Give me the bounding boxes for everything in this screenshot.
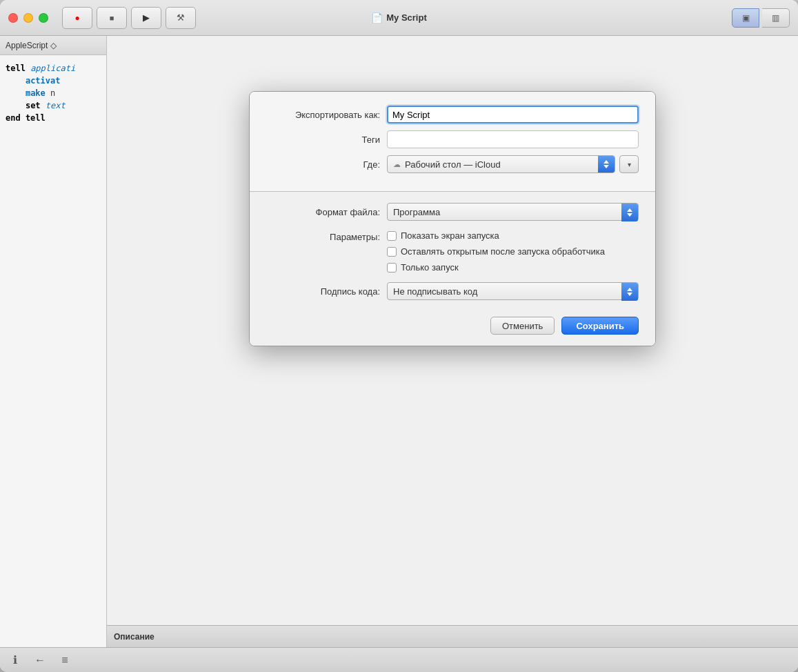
codesign-row: Подпись кода: Не подписывать код — [266, 282, 639, 300]
export-label: Экспортировать как: — [266, 110, 387, 120]
option3-label: Только запуск — [401, 262, 459, 273]
options-section: Параметры: Показать экран запуска Оставл… — [266, 230, 639, 273]
info-icon: ℹ — [13, 653, 17, 666]
script-line-4: set text — [6, 99, 101, 112]
compile-icon: ⚒ — [177, 12, 185, 23]
back-button[interactable]: ← — [33, 653, 47, 667]
codesign-select[interactable]: Не подписывать код — [387, 282, 639, 300]
titlebar: ● ■ ▶ ⚒ 📄 My Script ▣ ▥ — [0, 0, 798, 36]
location-arrows[interactable] — [598, 156, 615, 172]
file-format-select[interactable]: Программа — [387, 203, 639, 221]
codesign-label: Подпись кода: — [266, 286, 387, 297]
location-value: Рабочий стол — iCloud — [405, 159, 501, 170]
record-icon: ● — [74, 13, 79, 23]
where-row: Где: ☁ Рабочий стол — iCloud — [266, 155, 639, 173]
description-label: Описание — [114, 632, 154, 642]
window: ● ■ ▶ ⚒ 📄 My Script ▣ ▥ — [0, 0, 798, 672]
arrow-down-icon — [604, 165, 609, 168]
save-button[interactable]: Сохранить — [561, 317, 639, 335]
codesign-arrows — [621, 283, 638, 301]
option3-item: Только запуск — [387, 262, 605, 273]
list-icon: ≡ — [61, 654, 68, 666]
codesign-value: Не подписывать код — [393, 286, 632, 297]
where-control: ☁ Рабочий стол — iCloud ▾ — [387, 155, 639, 173]
titlebar-center: 📄 My Script — [371, 12, 427, 23]
icloud-icon: ☁ — [393, 160, 401, 169]
arrow-up-icon — [604, 160, 609, 164]
split-view-icon: ▥ — [772, 13, 779, 23]
option3-checkbox[interactable] — [387, 263, 397, 273]
format-arrow-down-icon — [627, 213, 632, 217]
file-format-arrows — [621, 204, 638, 221]
traffic-lights — [8, 13, 48, 23]
script-editor[interactable]: tell applicati activat make n set text e… — [0, 55, 106, 131]
language-selector[interactable]: AppleScript ◇ — [0, 36, 106, 55]
compile-button[interactable]: ⚒ — [166, 7, 196, 29]
format-arrow-up-icon — [627, 208, 632, 212]
stop-icon: ■ — [110, 14, 114, 22]
description-bar: Описание — [107, 625, 798, 647]
location-text: ☁ Рабочий стол — iCloud — [388, 159, 598, 170]
minimize-button[interactable] — [23, 13, 33, 23]
bottom-bar: ℹ ← ≡ — [0, 647, 798, 672]
split-view-button[interactable]: ▥ — [762, 8, 790, 28]
script-line-1: tell applicati — [6, 62, 101, 75]
codesign-arrow-down-icon — [627, 293, 632, 296]
language-label: AppleScript ◇ — [6, 41, 57, 50]
cancel-button[interactable]: Отменить — [490, 317, 555, 335]
option1-label: Показать экран запуска — [401, 230, 499, 241]
close-button[interactable] — [8, 13, 18, 23]
main-area: AppleScript ◇ tell applicati activat mak… — [0, 36, 798, 647]
info-button[interactable]: ℹ — [8, 653, 22, 667]
view-buttons: ▣ ▥ — [732, 8, 790, 28]
script-line-3: make n — [6, 87, 101, 99]
dialog-top: Экспортировать как: Теги — [250, 92, 655, 191]
back-icon: ← — [34, 654, 46, 666]
list-button[interactable]: ≡ — [58, 653, 72, 667]
options-checkboxes: Показать экран запуска Оставлять открыты… — [387, 230, 605, 273]
dialog-bottom: Формат файла: Программа — [250, 192, 655, 346]
option2-label: Оставлять открытым после запуска обработ… — [401, 246, 605, 257]
option2-checkbox[interactable] — [387, 247, 397, 257]
toolbar: ● ■ ▶ ⚒ — [62, 7, 196, 29]
maximize-button[interactable] — [39, 13, 48, 23]
left-panel: AppleScript ◇ tell applicati activat mak… — [0, 36, 107, 647]
codesign-arrow-up-icon — [627, 288, 632, 291]
file-format-row: Формат файла: Программа — [266, 203, 639, 221]
dialog-buttons: Отменить Сохранить — [266, 314, 639, 335]
script-view-button[interactable]: ▣ — [732, 8, 759, 28]
script-view-icon: ▣ — [742, 13, 750, 23]
tags-input[interactable] — [387, 130, 639, 148]
document-icon: 📄 — [371, 12, 382, 23]
save-dialog: Экспортировать как: Теги — [249, 91, 656, 346]
where-label: Где: — [266, 159, 387, 170]
record-button[interactable]: ● — [62, 7, 92, 29]
file-format-label: Формат файла: — [266, 207, 387, 217]
right-panel: Экспортировать как: Теги — [107, 36, 798, 647]
window-title: My Script — [386, 12, 427, 23]
tags-row: Теги — [266, 130, 639, 148]
script-line-5: end tell — [6, 112, 101, 124]
option2-item: Оставлять открытым после запуска обработ… — [387, 246, 605, 257]
file-format-control: Программа — [387, 203, 639, 221]
option1-item: Показать экран запуска — [387, 230, 605, 241]
chevron-down-icon: ▾ — [628, 161, 631, 168]
export-row: Экспортировать как: — [266, 106, 639, 123]
export-control — [387, 106, 639, 123]
codesign-control: Не подписывать код — [387, 282, 639, 300]
run-icon: ▶ — [143, 12, 150, 23]
script-line-2: activat — [6, 75, 101, 87]
expand-button[interactable]: ▾ — [619, 155, 639, 173]
option1-checkbox[interactable] — [387, 231, 397, 241]
run-button[interactable]: ▶ — [131, 7, 161, 29]
export-input[interactable] — [387, 106, 639, 123]
modal-overlay: Экспортировать как: Теги — [107, 36, 798, 647]
location-select[interactable]: ☁ Рабочий стол — iCloud — [387, 155, 615, 173]
file-format-value: Программа — [393, 207, 632, 217]
tags-control — [387, 130, 639, 148]
options-label: Параметры: — [266, 230, 387, 242]
tags-label: Теги — [266, 135, 387, 145]
stop-button[interactable]: ■ — [97, 7, 127, 29]
